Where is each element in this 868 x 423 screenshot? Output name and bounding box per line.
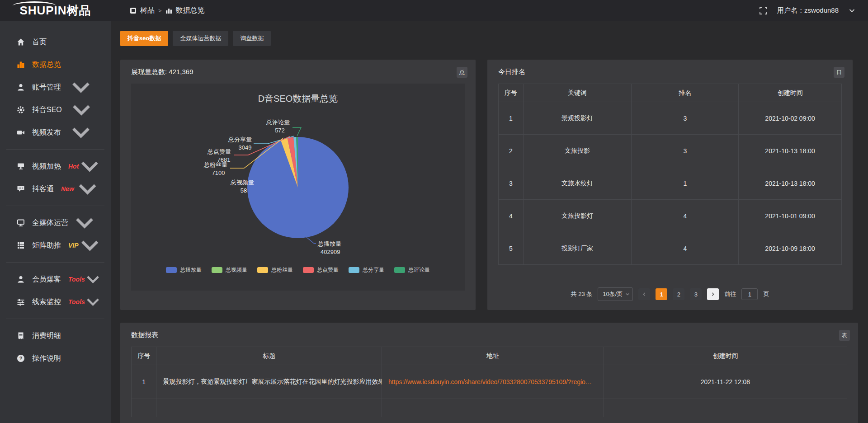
page-button-1[interactable]: 1: [656, 288, 667, 300]
chat-bubble-icon: [16, 184, 25, 193]
cell-index: 1: [499, 102, 524, 135]
sidebar-item-label: 矩阵助推: [32, 241, 61, 250]
receipt-icon: [16, 331, 25, 340]
chevron-down-icon: [79, 155, 101, 178]
cell-index: 2: [499, 135, 524, 167]
legend-swatch: [166, 267, 177, 273]
page-button-3[interactable]: 3: [690, 288, 702, 300]
col-index: 序号: [499, 84, 524, 102]
pie-label-likes: 总点赞量: [207, 148, 231, 155]
pie-chart-area: D音SEO数据量总览 总评论量 572 总分享量 3049: [131, 84, 465, 291]
pie-label-shares: 总分享量: [228, 136, 252, 143]
legend-swatch: [212, 267, 222, 273]
chevron-down-icon: [85, 268, 101, 291]
monitor-icon: [16, 218, 25, 227]
sidebar-item-home[interactable]: 首页: [0, 31, 111, 53]
chevron-left-icon: [642, 292, 646, 296]
new-badge: New: [61, 185, 74, 193]
sidebar-item-label: 抖音SEO: [32, 105, 62, 115]
pie-label-videos: 总视频量: [230, 179, 254, 186]
legend-item-fans[interactable]: 总粉丝量: [257, 266, 293, 274]
username[interactable]: 用户名：zswodun88: [777, 6, 839, 15]
page-size-select[interactable]: 10条/页: [598, 287, 633, 301]
breadcrumb-root[interactable]: 树品: [140, 6, 155, 15]
user-chevron-down-icon[interactable]: [849, 7, 855, 14]
sidebar-divider: [6, 262, 104, 263]
legend-item-comments[interactable]: 总评论量: [394, 266, 430, 274]
breadcrumb: 树品 > 数据总览: [130, 6, 205, 15]
logo-arc-icon: [13, 1, 56, 6]
chevron-down-icon: [62, 99, 101, 121]
prev-page-button[interactable]: [638, 288, 650, 300]
day-badge[interactable]: 日: [834, 67, 844, 78]
goto-page-input[interactable]: [741, 288, 758, 300]
legend-item-likes[interactable]: 总点赞量: [303, 266, 339, 274]
cell-created: 2021-10-13 18:00: [739, 167, 842, 200]
breadcrumb-current[interactable]: 数据总览: [176, 6, 205, 15]
legend-label: 总视频量: [226, 266, 247, 274]
cell-keyword: 景观投影灯: [523, 102, 632, 135]
goto-unit: 页: [763, 290, 769, 298]
report-table: 序号 标题 地址 创建时间 1 景观投影灯，夜游景观投影灯厂家展示展示落花灯在花…: [131, 347, 847, 417]
legend-item-videos[interactable]: 总视频量: [212, 266, 247, 274]
tab-inquiry-data[interactable]: 询盘数据: [233, 31, 271, 46]
sidebar-item-instructions[interactable]: ? 操作说明: [0, 347, 111, 370]
screen-heat-icon: [16, 162, 25, 171]
cell-created: 2021-10-13 18:00: [739, 135, 842, 167]
table-badge[interactable]: 表: [839, 330, 850, 341]
col-url: 地址: [382, 347, 604, 365]
grid-icon: [16, 241, 25, 250]
legend-item-shares[interactable]: 总分享量: [349, 266, 384, 274]
total-badge[interactable]: 总: [457, 67, 467, 78]
cell-keyword: 文旅水纹灯: [523, 167, 632, 200]
cell-video-link[interactable]: https://www.iesdouyin.com/share/video/70…: [382, 365, 604, 399]
sidebar-item-member-burst[interactable]: 会员爆客 Tools: [0, 268, 111, 291]
sidebar-item-matrix-boost[interactable]: 矩阵助推 VIP: [0, 234, 111, 257]
sidebar-item-omnimedia[interactable]: 全媒体运营: [0, 212, 111, 234]
legend-label: 总点赞量: [317, 266, 339, 274]
cell-rank: 1: [632, 167, 739, 200]
pie-label-play: 总播放量: [317, 240, 341, 247]
cell-index: [132, 399, 156, 417]
bar-chart-icon: [16, 60, 25, 69]
legend-swatch: [257, 267, 268, 273]
fullscreen-icon[interactable]: [760, 7, 767, 14]
sidebar-item-douyin-seo[interactable]: 抖音SEO: [0, 99, 111, 121]
sidebar-item-clue-monitor[interactable]: 线索监控 Tools: [0, 291, 111, 313]
legend-label: 总粉丝量: [271, 266, 293, 274]
sidebar-divider: [6, 319, 104, 319]
sidebar-item-consumption-detail[interactable]: 消费明细: [0, 324, 111, 347]
tab-omnimedia-data[interactable]: 全媒体运营数据: [173, 31, 228, 46]
legend-item-play[interactable]: 总播放量: [166, 266, 202, 274]
total-count: 共 23 条: [571, 290, 593, 298]
user-icon: [16, 83, 25, 92]
tab-douyin-seo-data[interactable]: 抖音seo数据: [120, 31, 168, 46]
legend-swatch: [394, 267, 405, 273]
col-created: 创建时间: [739, 84, 842, 102]
table-row: 3 文旅水纹灯 1 2021-10-13 18:00: [499, 167, 842, 200]
sidebar-divider: [6, 149, 104, 150]
pie-value-videos: 58: [241, 187, 247, 194]
pie-chart[interactable]: 总评论量 572 总分享量 3049 总点赞量 7681 总粉丝量 7100 总…: [135, 107, 461, 265]
table-row: 2 文旅投影 3 2021-10-13 18:00: [499, 135, 842, 167]
cell-title: [156, 399, 382, 417]
chevron-down-icon: [74, 178, 101, 200]
sidebar-item-video-publish[interactable]: 视频发布: [0, 121, 111, 144]
sidebar-item-douketong[interactable]: 抖客通 New: [0, 178, 111, 200]
pie-value-shares: 3049: [239, 144, 252, 151]
page-button-2[interactable]: 2: [673, 288, 684, 300]
leader-line-comments: [292, 127, 301, 136]
svg-text:?: ?: [19, 356, 23, 361]
legend-label: 总播放量: [180, 266, 202, 274]
sidebar-item-video-heat[interactable]: 视频加热 Hot: [0, 155, 111, 178]
data-overview-icon: [165, 7, 172, 14]
sidebar-item-account[interactable]: 账号管理: [0, 76, 111, 99]
next-page-button[interactable]: [707, 288, 719, 300]
cell-keyword: 文旅投影: [523, 135, 632, 167]
sidebar-item-data-overview[interactable]: 数据总览: [0, 53, 111, 76]
app-logo[interactable]: SHUPIN树品: [0, 0, 111, 21]
breadcrumb-separator: >: [158, 7, 162, 14]
cell-video-link: [382, 399, 604, 417]
legend-swatch: [303, 267, 314, 273]
chevron-right-icon: [711, 292, 715, 296]
